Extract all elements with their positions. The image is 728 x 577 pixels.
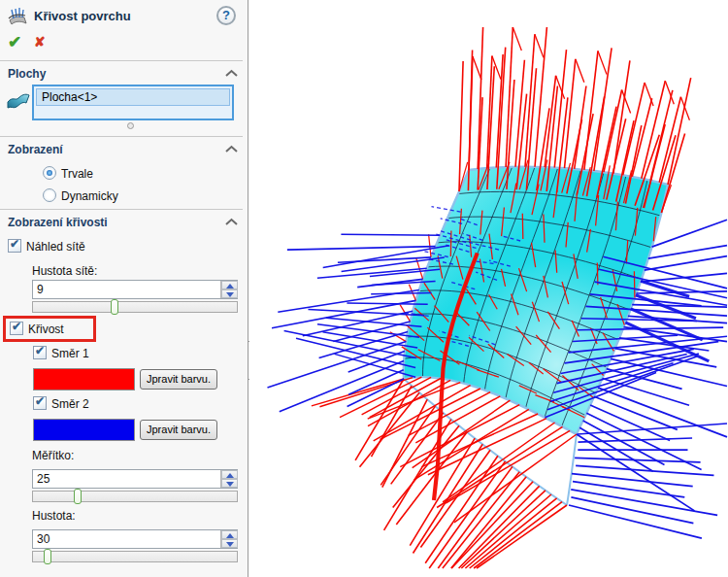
property-manager-panel: Křivost povrchu ? ✔ ✘ Plochy Plocha<1> Z…: [0, 0, 248, 577]
collapse-chevron-icon[interactable]: [225, 218, 238, 226]
section-header-zobrazeni: Zobrazení: [8, 143, 63, 156]
radio-trvale-label[interactable]: Trvale: [61, 167, 93, 181]
check-icon: ✔: [12, 320, 21, 333]
density-value: 30: [37, 532, 50, 546]
krivost-checkbox[interactable]: ✔: [10, 322, 23, 335]
smer1-label[interactable]: Směr 1: [51, 347, 89, 360]
ok-button[interactable]: ✔: [8, 32, 21, 52]
spin-buttons: [220, 281, 237, 298]
radio-dynamicky-label[interactable]: Dynamicky: [61, 189, 118, 203]
faces-selection-listbox[interactable]: Plocha<1>: [32, 85, 234, 120]
mesh-density-slider[interactable]: [32, 301, 238, 313]
spin-down-button[interactable]: [221, 539, 238, 548]
panel-title: Křivost povrchu: [34, 9, 131, 23]
triangle-up-icon: [226, 533, 234, 538]
section-divider: [0, 60, 243, 61]
section-header-zobrazeni-krivosti: Zobrazení křivosti: [8, 216, 108, 229]
slider-thumb[interactable]: [44, 549, 51, 564]
spin-up-button[interactable]: [221, 470, 238, 479]
density-slider[interactable]: [32, 551, 238, 562]
scale-spinner[interactable]: 25: [32, 469, 238, 489]
scale-slider[interactable]: [32, 491, 238, 502]
slider-thumb[interactable]: [111, 299, 118, 315]
spin-buttons: [220, 530, 237, 548]
smer1-color-swatch: [33, 368, 135, 390]
mesh-density-value: 9: [37, 283, 44, 296]
triangle-up-icon: [226, 473, 234, 478]
smer1-edit-color-button[interactable]: Jpravit barvu.: [140, 369, 217, 390]
slider-thumb[interactable]: [74, 489, 82, 504]
radio-dynamicky[interactable]: [43, 188, 56, 202]
spin-up-button[interactable]: [221, 281, 238, 289]
surface-curvature-icon: [6, 5, 29, 28]
density-spinner[interactable]: 30: [32, 529, 238, 549]
hustota-label: Hustota:: [32, 509, 76, 523]
curvature-comb-render: [249, 0, 728, 577]
cancel-button[interactable]: ✘: [34, 34, 46, 50]
check-icon: ✔: [10, 237, 19, 251]
smer1-checkbox[interactable]: ✔: [33, 346, 47, 359]
triangle-up-icon: [226, 284, 234, 288]
smer2-edit-color-button[interactable]: Jpravit barvu.: [140, 420, 217, 440]
triangle-down-icon: [226, 292, 234, 297]
panel-titlebar: Křivost povrchu ?: [0, 0, 248, 31]
spin-down-button[interactable]: [221, 289, 238, 298]
check-icon: ✔: [35, 394, 45, 408]
collapse-chevron-icon[interactable]: [225, 145, 238, 153]
spin-down-button[interactable]: [221, 479, 238, 488]
section-header-plochy: Plochy: [8, 67, 46, 81]
check-icon: ✔: [35, 344, 45, 357]
selected-face-item[interactable]: Plocha<1>: [36, 88, 230, 106]
spin-buttons: [220, 470, 237, 488]
triangle-down-icon: [226, 542, 234, 547]
3d-viewport[interactable]: [249, 0, 728, 577]
section-divider: [0, 136, 243, 137]
krivost-label[interactable]: Křivost: [28, 322, 64, 336]
help-icon[interactable]: ?: [216, 6, 236, 25]
application-window: Křivost povrchu ? ✔ ✘ Plochy Plocha<1> Z…: [0, 0, 728, 577]
hustota-site-label: Hustota sítě:: [32, 264, 97, 278]
smer2-checkbox[interactable]: ✔: [33, 396, 47, 410]
listbox-resize-grip[interactable]: [127, 122, 134, 129]
mesh-density-spinner[interactable]: 9: [32, 280, 238, 299]
scale-value: 25: [37, 472, 50, 486]
collapse-chevron-icon[interactable]: [225, 69, 238, 78]
smer2-color-swatch: [33, 419, 135, 441]
spin-up-button[interactable]: [221, 530, 238, 539]
section-divider: [0, 209, 243, 210]
nahled-site-checkbox[interactable]: ✔: [8, 239, 21, 253]
meritko-label: Měřítko:: [32, 449, 74, 462]
triangle-down-icon: [226, 482, 234, 487]
smer2-label[interactable]: Směr 2: [51, 397, 89, 411]
radio-trvale[interactable]: [43, 166, 56, 180]
face-select-icon: [6, 89, 31, 111]
nahled-site-label[interactable]: Náhled sítě: [26, 240, 85, 254]
